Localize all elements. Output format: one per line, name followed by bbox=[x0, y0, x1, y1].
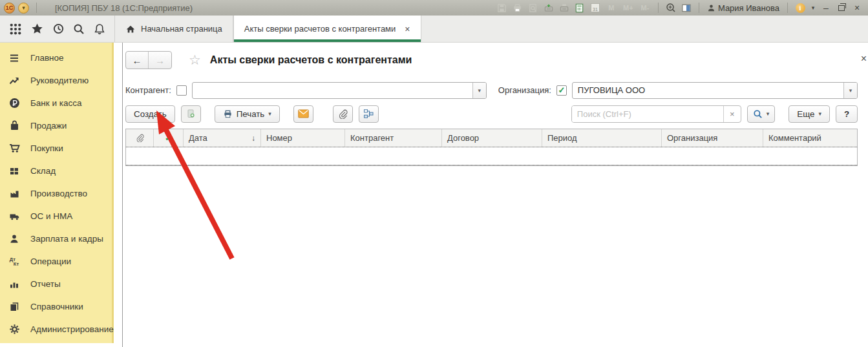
print-icon[interactable] bbox=[511, 2, 525, 14]
column-attachment[interactable] bbox=[126, 129, 154, 147]
sidebar-item-administrirovanie[interactable]: Администрирование bbox=[0, 318, 112, 341]
memory-m-button[interactable]: M bbox=[604, 4, 619, 12]
organization-label: Организация: bbox=[498, 85, 551, 95]
column-organization[interactable]: Организация bbox=[662, 129, 763, 147]
attachments-button[interactable] bbox=[333, 105, 353, 123]
search-clear-button[interactable]: × bbox=[723, 106, 741, 122]
bar-chart-icon bbox=[8, 279, 21, 289]
related-documents-button[interactable] bbox=[359, 105, 379, 123]
sidebar-item-rukovoditelyu[interactable]: Руководителю bbox=[0, 69, 112, 92]
divider bbox=[658, 3, 659, 13]
get-link-icon[interactable] bbox=[557, 2, 571, 14]
documents-table: ✓ Дата↓ Номер Контрагент Договор Период … bbox=[125, 129, 858, 166]
main-panel: × ← → ☆ Акты сверки расчетов с контраген… bbox=[122, 43, 868, 347]
sidebar-item-spravochniki[interactable]: Справочники bbox=[0, 295, 112, 318]
sidebar-item-zarplata-i-kadry[interactable]: Зарплата и кадры bbox=[0, 227, 112, 250]
sidebar-item-sklad[interactable]: Склад bbox=[0, 160, 112, 182]
search-icon[interactable] bbox=[73, 23, 85, 35]
chevron-down-icon: ▾ bbox=[849, 87, 852, 94]
preview-icon[interactable] bbox=[526, 2, 540, 14]
sidebar-item-bank-i-kassa[interactable]: Банк и касса bbox=[0, 92, 112, 114]
check-icon: ✓ bbox=[165, 133, 172, 143]
history-icon[interactable] bbox=[52, 23, 65, 35]
search-input[interactable] bbox=[572, 106, 723, 122]
info-icon[interactable]: i bbox=[793, 2, 807, 14]
copy-document-icon bbox=[185, 109, 196, 119]
current-user-chip[interactable]: Мария Иванова bbox=[707, 3, 779, 13]
restore-button[interactable] bbox=[834, 3, 849, 13]
books-icon bbox=[8, 302, 21, 312]
email-button[interactable] bbox=[293, 105, 313, 123]
column-contract[interactable]: Договор bbox=[442, 129, 542, 147]
counterparty-input[interactable] bbox=[193, 83, 472, 98]
page-close-button[interactable]: × bbox=[861, 53, 867, 65]
sidebar-item-prodazhi[interactable]: Продажи bbox=[0, 114, 112, 137]
save-icon[interactable] bbox=[495, 2, 509, 14]
sidebar-item-operacii[interactable]: ДтКт Операции bbox=[0, 250, 112, 273]
user-icon bbox=[707, 4, 715, 12]
sidebar: Главное Руководителю Банк и касса Продаж… bbox=[0, 43, 114, 343]
create-button[interactable]: Создать bbox=[125, 105, 175, 123]
organization-checkbox[interactable]: ✓ bbox=[556, 85, 567, 96]
user-name: Мария Иванова bbox=[718, 3, 779, 13]
printer-icon bbox=[223, 109, 233, 119]
tab-bar: Начальная страница Акты сверки расчетов … bbox=[0, 16, 868, 43]
calculator-icon[interactable] bbox=[573, 2, 587, 14]
debit-credit-icon: ДтКт bbox=[8, 257, 21, 266]
calendar-icon[interactable]: 31 bbox=[588, 2, 602, 14]
back-button[interactable]: ← bbox=[126, 52, 149, 68]
copy-button[interactable] bbox=[181, 105, 201, 123]
page-title: Акты сверки расчетов с контрагентами bbox=[210, 54, 412, 66]
zoom-in-icon[interactable] bbox=[664, 2, 678, 14]
main-menu-button[interactable]: ▾ bbox=[18, 3, 29, 14]
notifications-bell-icon[interactable] bbox=[94, 23, 105, 35]
sidebar-item-pokupki[interactable]: Покупки bbox=[0, 137, 112, 160]
tab-close-icon[interactable]: × bbox=[405, 24, 410, 34]
paperclip-icon bbox=[338, 109, 348, 119]
column-date[interactable]: Дата↓ bbox=[184, 129, 261, 147]
app-logo-icon[interactable]: 1C bbox=[4, 3, 15, 14]
sidebar-item-proizvodstvo[interactable]: Производство bbox=[0, 182, 112, 205]
blocks-icon bbox=[8, 166, 21, 176]
menu-icon bbox=[8, 53, 21, 63]
column-number[interactable]: Номер bbox=[261, 129, 345, 147]
tab-home[interactable]: Начальная страница bbox=[114, 16, 233, 42]
organization-input[interactable] bbox=[573, 83, 843, 98]
chevron-down-icon[interactable]: ▾ bbox=[809, 2, 818, 14]
forward-button[interactable]: → bbox=[149, 52, 171, 68]
column-posted[interactable]: ✓ bbox=[154, 129, 184, 147]
memory-m-plus-button[interactable]: M+ bbox=[620, 4, 636, 12]
column-counterparty[interactable]: Контрагент bbox=[345, 129, 442, 147]
selected-empty-row[interactable] bbox=[126, 147, 857, 165]
divider bbox=[699, 3, 699, 13]
person-icon bbox=[8, 234, 21, 244]
search-field: × bbox=[571, 105, 741, 123]
more-button[interactable]: Еще ▾ bbox=[789, 105, 830, 123]
sidebar-item-otchety[interactable]: Отчеты bbox=[0, 273, 112, 295]
organization-field: ▾ bbox=[572, 82, 858, 99]
column-comment[interactable]: Комментарий bbox=[763, 129, 857, 147]
memory-m-minus-button[interactable]: M- bbox=[637, 4, 653, 12]
chevron-down-icon: ▾ bbox=[478, 87, 482, 94]
split-view-icon[interactable] bbox=[679, 2, 693, 14]
close-button[interactable]: × bbox=[850, 3, 864, 13]
column-period[interactable]: Период bbox=[542, 129, 662, 147]
print-button[interactable]: Печать ▾ bbox=[215, 105, 280, 123]
window-titlebar: 1C ▾ [КОПИЯ] ПБУ 18 (1С:Предприятие) 31 … bbox=[0, 0, 868, 16]
counterparty-checkbox[interactable] bbox=[176, 85, 187, 96]
apps-grid-icon[interactable] bbox=[9, 23, 22, 36]
search-options-button[interactable]: ▾ bbox=[747, 105, 776, 123]
factory-icon bbox=[8, 189, 21, 199]
tab-acts-of-reconciliation[interactable]: Акты сверки расчетов с контрагентами × bbox=[233, 16, 421, 42]
organization-dropdown-button[interactable]: ▾ bbox=[843, 83, 857, 98]
favorites-star-icon[interactable] bbox=[31, 23, 43, 35]
favorite-star-icon[interactable]: ☆ bbox=[189, 52, 201, 68]
counterparty-dropdown-button[interactable]: ▾ bbox=[472, 83, 486, 98]
minimize-button[interactable]: – bbox=[819, 3, 833, 13]
app-window: 1C ▾ [КОПИЯ] ПБУ 18 (1С:Предприятие) 31 … bbox=[0, 0, 868, 347]
sidebar-item-os-i-nma[interactable]: ОС и НМА bbox=[0, 205, 112, 227]
help-button[interactable]: ? bbox=[836, 105, 858, 123]
go-to-link-icon[interactable] bbox=[542, 2, 556, 14]
envelope-icon bbox=[298, 109, 309, 118]
sidebar-item-glavnoe[interactable]: Главное bbox=[0, 47, 112, 69]
